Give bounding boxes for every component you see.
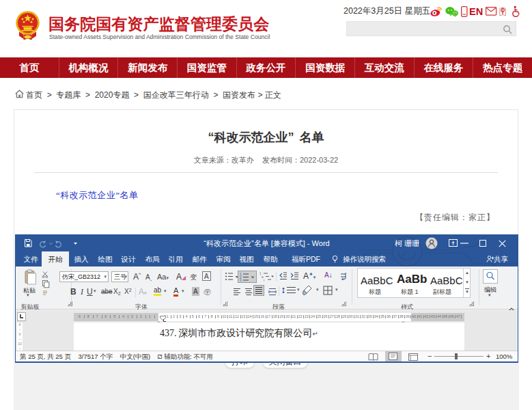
svg-text:3: 3 bbox=[240, 279, 242, 282]
svg-text:EN: EN bbox=[469, 6, 483, 17]
svg-text:i: i bbox=[264, 279, 264, 282]
